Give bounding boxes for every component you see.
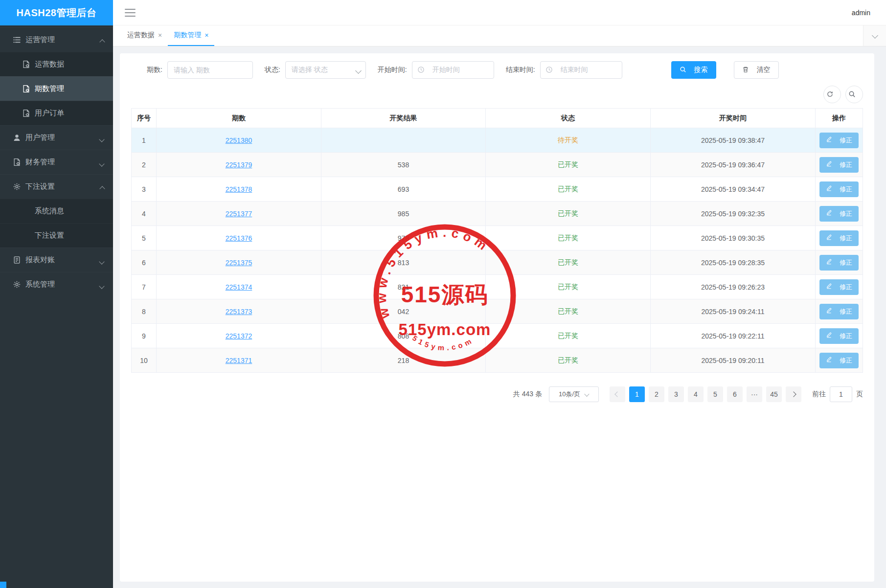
page-number-button[interactable]: 1 xyxy=(629,386,645,402)
issue-link[interactable]: 2251372 xyxy=(226,332,252,340)
tabs-dropdown-button[interactable] xyxy=(863,25,886,46)
app-title: HASH28管理后台 xyxy=(0,0,113,25)
cell-serial: 9 xyxy=(132,324,157,348)
sidebar-item[interactable]: 期数管理 xyxy=(0,76,113,101)
page-number-button[interactable]: 3 xyxy=(668,386,684,402)
end-time-input[interactable]: 结束时间 xyxy=(540,61,622,79)
page-size-select[interactable]: 10条/页 xyxy=(549,386,599,402)
zoom-button[interactable] xyxy=(845,86,863,103)
sidebar-item[interactable]: 下注设置 xyxy=(0,223,113,248)
table-row: 7 2251374 821 已开奖 2025-05-19 09:26:23 修正 xyxy=(132,275,863,299)
status-badge: 已开奖 xyxy=(558,209,578,218)
sidebar-item[interactable]: 报表对账 xyxy=(0,248,113,272)
issue-link[interactable]: 2251371 xyxy=(226,357,252,364)
sidebar-item[interactable]: 财务管理 xyxy=(0,150,113,174)
table-row: 1 2251380 待开奖 2025-05-19 09:38:47 修正 xyxy=(132,128,863,153)
fix-button[interactable]: 修正 xyxy=(819,206,859,222)
fix-button-label: 修正 xyxy=(840,185,852,194)
refresh-button[interactable] xyxy=(823,86,841,103)
sidebar-item[interactable]: 用户订单 xyxy=(0,101,113,125)
page-number-button[interactable]: 45 xyxy=(766,386,782,402)
search-button-label: 搜索 xyxy=(694,66,708,74)
status-badge: 已开奖 xyxy=(558,234,578,243)
fix-button[interactable]: 修正 xyxy=(819,230,859,246)
page-number-button[interactable]: ··· xyxy=(747,386,762,402)
list-icon xyxy=(13,36,21,44)
tab-bar: 运营数据 × 期数管理 × xyxy=(113,25,886,46)
close-icon[interactable]: × xyxy=(204,32,208,39)
username[interactable]: admin xyxy=(852,9,870,17)
issue-link[interactable]: 2251374 xyxy=(226,283,252,291)
table-row: 6 2251375 813 已开奖 2025-05-19 09:28:35 修正 xyxy=(132,250,863,275)
issue-link[interactable]: 2251379 xyxy=(226,161,252,169)
cell-result: 538 xyxy=(321,153,486,177)
cell-result: 813 xyxy=(321,250,486,274)
cell-time: 2025-05-19 09:36:47 xyxy=(651,153,816,177)
issue-link[interactable]: 2251380 xyxy=(226,136,252,144)
pencil-icon xyxy=(826,332,832,340)
next-page-button[interactable] xyxy=(786,386,801,402)
clear-button[interactable]: 清空 xyxy=(734,61,779,79)
chevron-icon xyxy=(100,259,104,263)
prev-page-button[interactable] xyxy=(610,386,625,402)
status-badge: 已开奖 xyxy=(558,283,578,292)
fix-button[interactable]: 修正 xyxy=(819,279,859,295)
tab-operation-data[interactable]: 运营数据 × xyxy=(121,25,168,46)
page-number-button[interactable]: 5 xyxy=(707,386,723,402)
issue-link[interactable]: 2251376 xyxy=(226,234,252,242)
status-select[interactable]: 请选择 状态 xyxy=(285,61,366,79)
issue-input[interactable] xyxy=(167,61,253,79)
status-badge: 已开奖 xyxy=(558,258,578,267)
issue-link[interactable]: 2251378 xyxy=(226,185,252,193)
hamburger-icon[interactable] xyxy=(125,9,136,17)
header-result: 开奖结果 xyxy=(321,109,486,128)
cell-time: 2025-05-19 09:34:47 xyxy=(651,177,816,201)
sidebar-item-label: 系统管理 xyxy=(25,280,55,289)
sidebar-item[interactable]: 系统管理 xyxy=(0,272,113,296)
fix-button[interactable]: 修正 xyxy=(819,304,859,319)
chevron-down-icon xyxy=(585,392,589,396)
doc-gear-icon xyxy=(13,158,21,166)
sidebar-item-label: 用户订单 xyxy=(35,109,64,118)
fix-button[interactable]: 修正 xyxy=(819,353,859,368)
cell-time: 2025-05-19 09:26:23 xyxy=(651,275,816,299)
fix-button[interactable]: 修正 xyxy=(819,328,859,344)
close-icon[interactable]: × xyxy=(158,32,162,39)
header-issue: 期数 xyxy=(157,109,321,128)
fix-button[interactable]: 修正 xyxy=(819,181,859,197)
page-number-button[interactable]: 2 xyxy=(649,386,664,402)
issue-link[interactable]: 2251373 xyxy=(226,308,252,316)
goto-page-suffix: 页 xyxy=(856,390,863,399)
page-number-button[interactable]: 6 xyxy=(727,386,743,402)
sidebar-item[interactable]: 用户管理 xyxy=(0,125,113,150)
issue-link[interactable]: 2251375 xyxy=(226,259,252,267)
cell-time: 2025-05-19 09:38:47 xyxy=(651,128,816,152)
issue-link[interactable]: 2251377 xyxy=(226,210,252,218)
gear-icon xyxy=(13,182,21,191)
sidebar: HASH28管理后台 运营管理 运营数据 期数管理 xyxy=(0,0,113,588)
cell-serial: 4 xyxy=(132,202,157,226)
sidebar-item[interactable]: 下注设置 xyxy=(0,174,113,199)
sidebar-item-label: 下注设置 xyxy=(25,182,55,191)
sidebar-item[interactable]: 运营数据 xyxy=(0,52,113,76)
tab-period-management[interactable]: 期数管理 × xyxy=(168,25,214,46)
goto-page-input[interactable] xyxy=(830,386,852,402)
sidebar-item[interactable]: 运营管理 xyxy=(0,27,113,52)
sidebar-corner-accent xyxy=(0,582,6,588)
chevron-icon xyxy=(100,136,104,141)
fix-button[interactable]: 修正 xyxy=(819,157,859,173)
cell-serial: 7 xyxy=(132,275,157,299)
fix-button[interactable]: 修正 xyxy=(819,255,859,271)
cell-serial: 10 xyxy=(132,348,157,372)
start-time-label: 开始时间: xyxy=(378,66,407,74)
search-button[interactable]: 搜索 xyxy=(671,61,716,79)
sidebar-item[interactable]: 系统消息 xyxy=(0,199,113,223)
chevron-left-icon xyxy=(614,391,620,397)
fix-button[interactable]: 修正 xyxy=(819,133,859,148)
cell-time: 2025-05-19 09:30:35 xyxy=(651,226,816,250)
header-actions: 操作 xyxy=(816,109,863,128)
page-number-button[interactable]: 4 xyxy=(688,386,704,402)
start-time-input[interactable]: 开始时间 xyxy=(412,61,494,79)
pencil-icon xyxy=(826,356,832,364)
chevron-right-icon xyxy=(791,391,796,397)
